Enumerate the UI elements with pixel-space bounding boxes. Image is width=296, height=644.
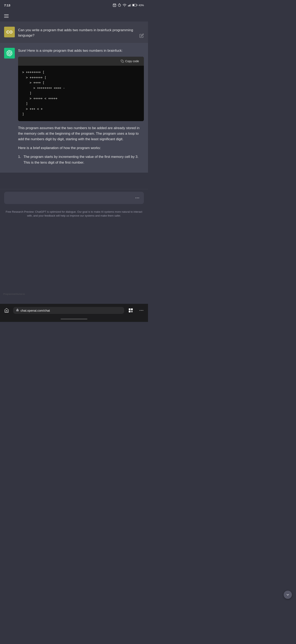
user-avatar: CO [4, 27, 15, 37]
svg-rect-25 [131, 311, 132, 312]
browser-bar: chat.openai.com/chat [0, 304, 148, 322]
description1: This program assumes that the two number… [18, 125, 144, 142]
svg-rect-13 [130, 4, 131, 6]
svg-point-9 [124, 6, 125, 6]
svg-rect-24 [129, 311, 130, 312]
svg-rect-21 [17, 310, 19, 311]
home-icon [4, 308, 9, 313]
home-indicator [0, 317, 148, 322]
edit-icon [139, 34, 144, 38]
svg-point-19 [137, 198, 138, 198]
calendar-icon: 31 [113, 3, 116, 7]
url-bar[interactable]: chat.openai.com/chat [13, 307, 124, 314]
watermark: ProgrammerHumor.io [3, 293, 25, 295]
list-item-1-text: The program starts by incrementing the v… [24, 154, 144, 165]
code-block-header: Copy code [18, 57, 144, 66]
signal-icon [128, 4, 131, 6]
svg-rect-16 [132, 4, 134, 6]
list-item-1: 1. The program starts by incrementing th… [18, 154, 144, 165]
battery-icon [132, 4, 137, 6]
battery-percent: 43% [138, 4, 144, 7]
svg-text:31: 31 [114, 5, 115, 6]
ai-message-content: Sure! Here is a simple program that adds… [18, 48, 144, 168]
svg-rect-15 [137, 5, 137, 6]
home-button[interactable] [3, 306, 11, 314]
timer-icon [118, 3, 121, 7]
home-indicator-bar [61, 318, 87, 320]
hamburger-menu-button[interactable] [4, 14, 9, 18]
svg-rect-27 [131, 312, 132, 312]
svg-line-8 [119, 5, 120, 5]
edit-message-button[interactable] [139, 34, 144, 39]
wifi-icon [122, 4, 127, 7]
scan-button[interactable] [127, 306, 135, 314]
user-message: CO Can you write a program that adds two… [0, 22, 148, 43]
more-options-icon [135, 196, 140, 200]
scan-icon [128, 308, 133, 313]
url-text: chat.openai.com/chat [21, 309, 50, 312]
copy-code-button[interactable]: Copy code [119, 59, 140, 64]
chat-area: CO Can you write a program that adds two… [0, 22, 148, 189]
input-box [4, 192, 144, 204]
browser-more-icon [139, 308, 144, 313]
svg-rect-26 [132, 311, 132, 312]
status-bar: 7:13 31 [0, 0, 148, 10]
browser-controls: chat.openai.com/chat [0, 304, 148, 317]
svg-point-20 [138, 198, 139, 198]
lock-icon [16, 308, 19, 312]
description2: Here is a brief explanation of how the p… [18, 145, 144, 151]
svg-rect-22 [129, 308, 130, 310]
status-time: 7:13 [4, 4, 10, 7]
user-message-text: Can you write a program that adds two nu… [18, 27, 144, 38]
browser-more-button[interactable] [137, 306, 145, 314]
code-block: Copy code > ++++++++ [ > +++++++ [ > +++… [18, 57, 144, 121]
ai-avatar [4, 48, 15, 58]
disclaimer: Free Research Preview: ChatGPT is optimi… [0, 207, 148, 221]
svg-rect-12 [130, 4, 130, 6]
svg-rect-17 [122, 61, 124, 62]
openai-logo [6, 50, 13, 56]
ai-message: Sure! Here is a simple program that adds… [0, 43, 148, 173]
status-icons: 31 [113, 3, 144, 7]
svg-point-18 [136, 198, 136, 198]
nav-bar [0, 10, 148, 22]
svg-point-30 [141, 310, 142, 311]
code-block-body: > ++++++++ [ > +++++++ [ > ++++ [ > ++++… [18, 66, 144, 121]
svg-rect-11 [129, 5, 129, 6]
ai-intro-text: Sure! Here is a simple program that adds… [18, 48, 144, 54]
copy-code-label: Copy code [125, 60, 139, 63]
copy-icon [121, 60, 124, 63]
svg-rect-23 [131, 308, 132, 310]
disclaimer-text: Free Research Preview: ChatGPT is optimi… [6, 210, 142, 218]
code-content: > ++++++++ [ > +++++++ [ > ++++ [ > ++++… [22, 70, 140, 117]
input-area [0, 189, 148, 207]
svg-rect-10 [128, 6, 128, 6]
svg-point-31 [143, 310, 143, 311]
svg-point-29 [140, 310, 140, 311]
more-options-button[interactable] [134, 194, 140, 201]
svg-rect-28 [132, 312, 132, 312]
